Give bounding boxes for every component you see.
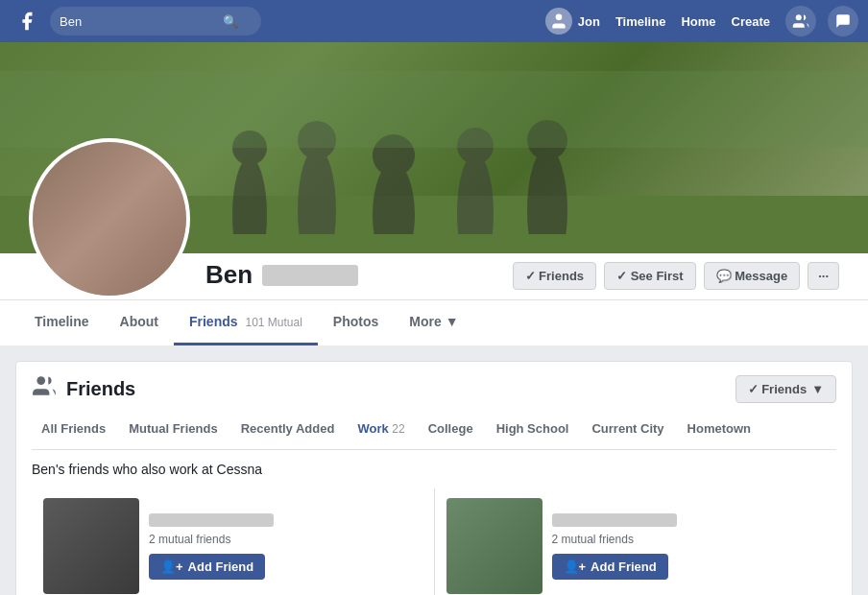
tab-about[interactable]: About [105,300,174,345]
filter-recently-added[interactable]: Recently Added [231,416,345,441]
profile-first-name: Ben [205,260,253,290]
see-first-button[interactable]: ✓ See First [604,262,696,290]
friends-filter-dropdown[interactable]: ✓ Friends ▼ [735,375,836,403]
svg-point-12 [36,376,45,385]
add-person-icon-2: 👤+ [564,559,587,574]
svg-point-2 [232,157,267,234]
friends-header: Friends ✓ Friends ▼ [32,373,836,404]
svg-point-8 [457,154,494,234]
profile-section: Ben ✓ Friends ✓ See First 💬 Message ··· … [0,42,868,345]
friends-grid: 2 mutual friends 👤+ Add Friend 2 mutual … [32,488,836,595]
add-friend-button-1[interactable]: 👤+ Add Friend [149,554,265,580]
filter-college[interactable]: College [419,416,483,441]
friend-card-2: 2 mutual friends 👤+ Add Friend [435,488,837,595]
svg-point-7 [373,134,415,177]
work-context: Ben's friends who also work at Cessna [32,462,836,477]
nav-create[interactable]: Create [732,14,770,29]
filter-hometown[interactable]: Hometown [678,416,760,441]
messages-icon[interactable] [828,6,858,36]
friends-button[interactable]: ✓ Friends [513,262,597,290]
nav-home[interactable]: Home [681,14,715,29]
friend-mutual-1: 2 mutual friends [149,533,422,546]
work-count: 22 [392,422,404,436]
search-bar[interactable]: 🔍 [50,7,261,36]
svg-point-4 [298,148,336,234]
friends-dropdown-label: ✓ Friends [748,382,808,396]
friends-title: Friends [32,373,135,404]
friend-thumbnail-1[interactable] [43,498,139,594]
nav-user[interactable]: Jon [545,8,600,35]
tab-more[interactable]: More ▼ [394,300,473,345]
nav-home-link[interactable]: Timeline [615,14,666,29]
nav-icons [785,6,858,36]
friends-heading: Friends [66,378,135,400]
nav-avatar [545,8,572,35]
main-content: Friends ✓ Friends ▼ All Friends Mutual F… [0,345,868,595]
chevron-down-icon: ▼ [811,382,824,396]
search-icon: 🔍 [223,14,238,29]
friend-card-1: 2 mutual friends 👤+ Add Friend [32,488,434,595]
svg-point-10 [527,148,567,234]
nav-right: Jon Timeline Home Create [545,6,858,36]
profile-actions: ✓ Friends ✓ See First 💬 Message ··· [513,262,840,299]
friends-count: 101 Mutual [245,316,301,329]
friend-name-blur-2 [552,513,677,527]
profile-tabs: Timeline About Friends 101 Mutual Photos… [0,299,868,345]
nav-username: Jon [578,14,600,29]
avatar-image [33,142,186,296]
tab-timeline[interactable]: Timeline [19,300,105,345]
profile-last-name-blurred [262,265,358,286]
svg-point-1 [796,14,802,20]
friends-requests-icon[interactable] [785,6,816,36]
filter-all-friends[interactable]: All Friends [32,416,115,441]
filter-mutual-friends[interactable]: Mutual Friends [119,416,227,441]
more-chevron-icon: ▼ [446,314,459,329]
tab-photos[interactable]: Photos [318,300,394,345]
add-friend-button-2[interactable]: 👤+ Add Friend [552,554,668,580]
profile-name-area: Ben [190,260,513,299]
add-person-icon-1: 👤+ [160,559,183,574]
tab-friends[interactable]: Friends 101 Mutual [174,300,318,345]
friend-info-2: 2 mutual friends 👤+ Add Friend [552,513,826,580]
svg-point-0 [555,14,562,21]
facebook-logo[interactable] [10,4,44,38]
more-button[interactable]: ··· [808,262,839,290]
friends-filter-tabs: All Friends Mutual Friends Recently Adde… [32,416,836,450]
profile-info-row: Ben ✓ Friends ✓ See First 💬 Message ··· [0,225,868,299]
friend-thumbnail-2[interactable] [446,498,542,594]
friends-people-icon [32,373,57,404]
friend-name-blur-1 [149,513,274,527]
svg-point-5 [298,121,336,159]
profile-avatar[interactable] [29,138,190,299]
search-input[interactable] [60,14,223,29]
filter-current-city[interactable]: Current City [582,416,673,441]
svg-point-3 [232,131,267,165]
friend-info-1: 2 mutual friends 👤+ Add Friend [149,513,422,580]
top-navigation: 🔍 Jon Timeline Home Create [0,0,868,42]
filter-high-school[interactable]: High School [487,416,579,441]
friend-mutual-2: 2 mutual friends [552,533,826,546]
profile-name: Ben [205,260,497,290]
filter-work[interactable]: Work 22 [348,416,414,441]
svg-point-11 [527,120,567,160]
svg-point-9 [457,128,494,164]
message-button[interactable]: 💬 Message [704,262,801,290]
friends-box: Friends ✓ Friends ▼ All Friends Mutual F… [15,361,853,595]
